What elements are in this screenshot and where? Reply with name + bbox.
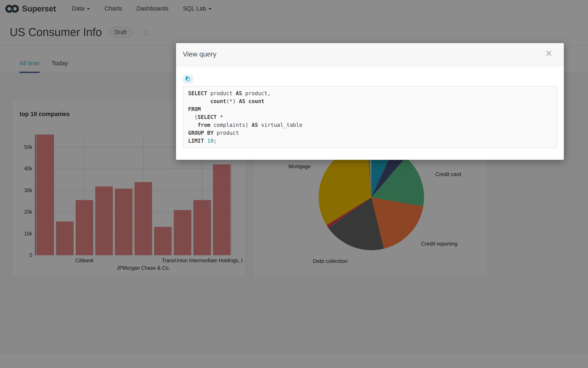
sql-line: GROUP BY product [188,129,552,137]
copy-button[interactable] [183,74,193,83]
sql-line: SELECT product AS product, [188,90,552,97]
close-icon: ✕ [545,49,552,58]
sql-line: (SELECT * [188,113,552,121]
modal-title: View query [183,50,217,58]
page: Superset DataChartsDashboardsSQL Lab US … [0,0,588,368]
sql-code: SELECT product AS product, count(*) AS c… [183,86,557,148]
sql-line: LIMIT 10; [188,137,552,145]
sql-line: count(*) AS count [188,97,552,105]
close-button[interactable]: ✕ [545,48,552,58]
view-query-modal: View query ✕ SELECT product AS product, … [176,43,564,160]
modal-header: View query [176,43,564,66]
modal-body: SELECT product AS product, count(*) AS c… [176,66,564,148]
sql-line: FROM [188,105,552,113]
sql-line: from complaints) AS virtual_table [188,121,552,129]
copy-icon [185,76,191,82]
